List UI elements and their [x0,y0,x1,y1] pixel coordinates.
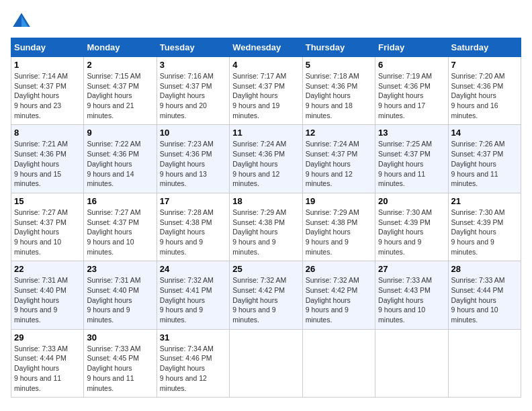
day-cell: 28 Sunrise: 7:33 AMSunset: 4:44 PMDaylig… [448,261,521,329]
column-header-monday: Monday [84,38,157,57]
day-info: Sunrise: 7:23 AMSunset: 4:36 PMDaylight … [160,140,214,187]
day-number: 11 [232,128,299,138]
column-header-row: SundayMondayTuesdayWednesdayThursdayFrid… [11,38,521,57]
column-header-thursday: Thursday [302,38,375,57]
day-info: Sunrise: 7:32 AMSunset: 4:42 PMDaylight … [306,276,359,324]
day-number: 22 [14,264,81,274]
day-number: 9 [87,128,153,138]
day-info: Sunrise: 7:14 AMSunset: 4:37 PMDaylight … [14,72,68,120]
day-number: 7 [451,60,518,70]
day-number: 23 [87,264,153,274]
day-number: 8 [14,128,81,138]
day-info: Sunrise: 7:24 AMSunset: 4:37 PMDaylight … [306,140,359,187]
day-info: Sunrise: 7:32 AMSunset: 4:42 PMDaylight … [232,276,286,324]
day-number: 24 [160,264,226,274]
day-number: 12 [306,128,372,138]
day-cell: 16 Sunrise: 7:27 AMSunset: 4:37 PMDaylig… [84,193,157,261]
day-cell: 29 Sunrise: 7:33 AMSunset: 4:44 PMDaylig… [11,329,84,397]
day-info: Sunrise: 7:31 AMSunset: 4:40 PMDaylight … [14,276,68,324]
day-info: Sunrise: 7:33 AMSunset: 4:44 PMDaylight … [14,345,68,392]
day-info: Sunrise: 7:25 AMSunset: 4:37 PMDaylight … [378,140,432,187]
day-info: Sunrise: 7:18 AMSunset: 4:36 PMDaylight … [306,72,359,120]
day-number: 10 [160,128,226,138]
column-header-friday: Friday [375,38,448,57]
day-number: 21 [451,196,518,206]
day-number: 13 [378,128,445,138]
day-cell: 17 Sunrise: 7:28 AMSunset: 4:38 PMDaylig… [157,193,229,261]
day-cell [302,329,375,397]
day-info: Sunrise: 7:20 AMSunset: 4:36 PMDaylight … [451,72,505,120]
calendar-body: 1 Sunrise: 7:14 AMSunset: 4:37 PMDayligh… [11,57,521,398]
day-cell: 12 Sunrise: 7:24 AMSunset: 4:37 PMDaylig… [302,125,375,193]
day-cell: 1 Sunrise: 7:14 AMSunset: 4:37 PMDayligh… [11,57,84,125]
column-header-wednesday: Wednesday [230,38,302,57]
week-row-4: 22 Sunrise: 7:31 AMSunset: 4:40 PMDaylig… [11,261,521,329]
day-info: Sunrise: 7:22 AMSunset: 4:36 PMDaylight … [87,140,140,187]
day-info: Sunrise: 7:33 AMSunset: 4:45 PMDaylight … [87,345,140,392]
day-number: 25 [232,264,299,274]
day-number: 4 [232,60,299,70]
day-number: 20 [378,196,445,206]
week-row-1: 1 Sunrise: 7:14 AMSunset: 4:37 PMDayligh… [11,57,521,125]
day-info: Sunrise: 7:15 AMSunset: 4:37 PMDaylight … [87,72,140,120]
day-cell: 26 Sunrise: 7:32 AMSunset: 4:42 PMDaylig… [302,261,375,329]
calendar-table: SundayMondayTuesdayWednesdayThursdayFrid… [11,38,521,398]
day-number: 6 [378,60,445,70]
day-number: 30 [87,332,153,342]
day-cell [375,329,448,397]
day-info: Sunrise: 7:34 AMSunset: 4:46 PMDaylight … [160,345,214,392]
column-header-sunday: Sunday [11,38,84,57]
day-cell: 20 Sunrise: 7:30 AMSunset: 4:39 PMDaylig… [375,193,448,261]
day-cell: 23 Sunrise: 7:31 AMSunset: 4:40 PMDaylig… [84,261,157,329]
day-info: Sunrise: 7:32 AMSunset: 4:41 PMDaylight … [160,276,214,324]
day-cell [230,329,302,397]
day-number: 27 [378,264,445,274]
svg-marker-1 [21,16,28,27]
day-info: Sunrise: 7:28 AMSunset: 4:38 PMDaylight … [160,208,214,256]
day-info: Sunrise: 7:24 AMSunset: 4:36 PMDaylight … [232,140,286,187]
page-header [11,11,521,32]
day-cell: 21 Sunrise: 7:30 AMSunset: 4:39 PMDaylig… [448,193,521,261]
day-info: Sunrise: 7:21 AMSunset: 4:36 PMDaylight … [14,140,68,187]
day-info: Sunrise: 7:27 AMSunset: 4:37 PMDaylight … [14,208,68,256]
logo-icon [11,11,32,32]
day-info: Sunrise: 7:29 AMSunset: 4:38 PMDaylight … [306,208,359,256]
day-cell [448,329,521,397]
day-info: Sunrise: 7:33 AMSunset: 4:43 PMDaylight … [378,276,432,324]
day-cell: 27 Sunrise: 7:33 AMSunset: 4:43 PMDaylig… [375,261,448,329]
day-cell: 8 Sunrise: 7:21 AMSunset: 4:36 PMDayligh… [11,125,84,193]
day-info: Sunrise: 7:19 AMSunset: 4:36 PMDaylight … [378,72,432,120]
column-header-saturday: Saturday [448,38,521,57]
day-cell: 18 Sunrise: 7:29 AMSunset: 4:38 PMDaylig… [230,193,302,261]
column-header-tuesday: Tuesday [157,38,229,57]
day-number: 2 [87,60,153,70]
day-cell: 7 Sunrise: 7:20 AMSunset: 4:36 PMDayligh… [448,57,521,125]
day-info: Sunrise: 7:30 AMSunset: 4:39 PMDaylight … [451,208,505,256]
logo [11,11,35,32]
day-info: Sunrise: 7:16 AMSunset: 4:37 PMDaylight … [160,72,214,120]
day-cell: 14 Sunrise: 7:26 AMSunset: 4:37 PMDaylig… [448,125,521,193]
day-cell: 4 Sunrise: 7:17 AMSunset: 4:37 PMDayligh… [230,57,302,125]
day-info: Sunrise: 7:30 AMSunset: 4:39 PMDaylight … [378,208,432,256]
week-row-3: 15 Sunrise: 7:27 AMSunset: 4:37 PMDaylig… [11,193,521,261]
day-cell: 25 Sunrise: 7:32 AMSunset: 4:42 PMDaylig… [230,261,302,329]
day-cell: 11 Sunrise: 7:24 AMSunset: 4:36 PMDaylig… [230,125,302,193]
day-cell: 10 Sunrise: 7:23 AMSunset: 4:36 PMDaylig… [157,125,229,193]
day-number: 1 [14,60,81,70]
day-info: Sunrise: 7:29 AMSunset: 4:38 PMDaylight … [232,208,286,256]
day-number: 15 [14,196,81,206]
day-cell: 24 Sunrise: 7:32 AMSunset: 4:41 PMDaylig… [157,261,229,329]
day-cell: 30 Sunrise: 7:33 AMSunset: 4:45 PMDaylig… [84,329,157,397]
week-row-5: 29 Sunrise: 7:33 AMSunset: 4:44 PMDaylig… [11,329,521,397]
day-number: 26 [306,264,372,274]
day-number: 31 [160,332,226,342]
day-number: 14 [451,128,518,138]
day-info: Sunrise: 7:31 AMSunset: 4:40 PMDaylight … [87,276,140,324]
day-number: 16 [87,196,153,206]
day-cell: 13 Sunrise: 7:25 AMSunset: 4:37 PMDaylig… [375,125,448,193]
day-number: 17 [160,196,226,206]
day-cell: 2 Sunrise: 7:15 AMSunset: 4:37 PMDayligh… [84,57,157,125]
day-number: 3 [160,60,226,70]
week-row-2: 8 Sunrise: 7:21 AMSunset: 4:36 PMDayligh… [11,125,521,193]
day-cell: 3 Sunrise: 7:16 AMSunset: 4:37 PMDayligh… [157,57,229,125]
